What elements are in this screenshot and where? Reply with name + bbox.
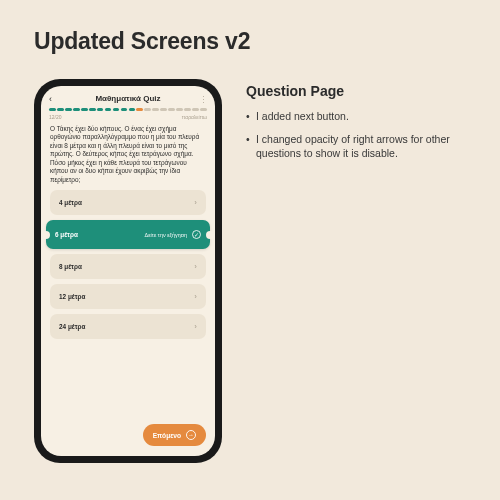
chevron-right-icon: › [194, 322, 197, 331]
content-row: ‹ Μαθηματικά Quiz ⋮ 12/20 παραλείπω Ο Τά… [34, 79, 466, 463]
notes-list: I added next button. I changed opacity o… [246, 109, 466, 161]
question-text: Ο Τάκης έχει δύο κήπους. Ο ένας έχει σχή… [41, 120, 215, 190]
back-icon[interactable]: ‹ [49, 95, 52, 104]
next-button-label: Επόμενο [153, 432, 181, 439]
kebab-menu-icon[interactable]: ⋮ [199, 95, 207, 105]
phone-mockup: ‹ Μαθηματικά Quiz ⋮ 12/20 παραλείπω Ο Τά… [34, 79, 222, 463]
answer-option[interactable]: 4 μέτρα › [50, 190, 206, 215]
see-explanation[interactable]: Δείτε την εξήγηση [145, 232, 187, 238]
answer-option[interactable]: 12 μέτρα › [50, 284, 206, 309]
answer-option[interactable]: 24 μέτρα › [50, 314, 206, 339]
next-button[interactable]: Επόμενο → [143, 424, 206, 446]
answer-label: 8 μέτρα [59, 263, 82, 270]
answer-label: 24 μέτρα [59, 323, 85, 330]
notes-item: I added next button. [246, 109, 466, 123]
answer-label: 4 μέτρα [59, 199, 82, 206]
answers-list: 4 μέτρα › 6 μέτρα Δείτε την εξήγηση ✓ 8 … [41, 190, 215, 339]
progress-sub-row: 12/20 παραλείπω [41, 111, 215, 120]
chevron-right-icon: › [194, 262, 197, 271]
screen-bottom-bar: Επόμενο → [41, 416, 215, 456]
check-icon: ✓ [192, 230, 201, 239]
answer-label: 12 μέτρα [59, 293, 85, 300]
phone-screen: ‹ Μαθηματικά Quiz ⋮ 12/20 παραλείπω Ο Τά… [41, 86, 215, 456]
quiz-title: Μαθηματικά Quiz [95, 94, 160, 103]
chevron-right-icon: › [194, 198, 197, 207]
notes-title: Question Page [246, 83, 466, 99]
screen-header: ‹ Μαθηματικά Quiz ⋮ [41, 86, 215, 106]
answer-option-selected[interactable]: 6 μέτρα Δείτε την εξήγηση ✓ [46, 220, 210, 249]
answer-option[interactable]: 8 μέτρα › [50, 254, 206, 279]
notes-panel: Question Page I added next button. I cha… [246, 79, 466, 170]
answer-label: 6 μέτρα [55, 231, 78, 238]
chevron-right-icon: › [194, 292, 197, 301]
page-title: Updated Screens v2 [34, 28, 466, 55]
arrow-right-icon: → [186, 430, 196, 440]
notes-item: I changed opacity of right arrows for ot… [246, 132, 466, 160]
